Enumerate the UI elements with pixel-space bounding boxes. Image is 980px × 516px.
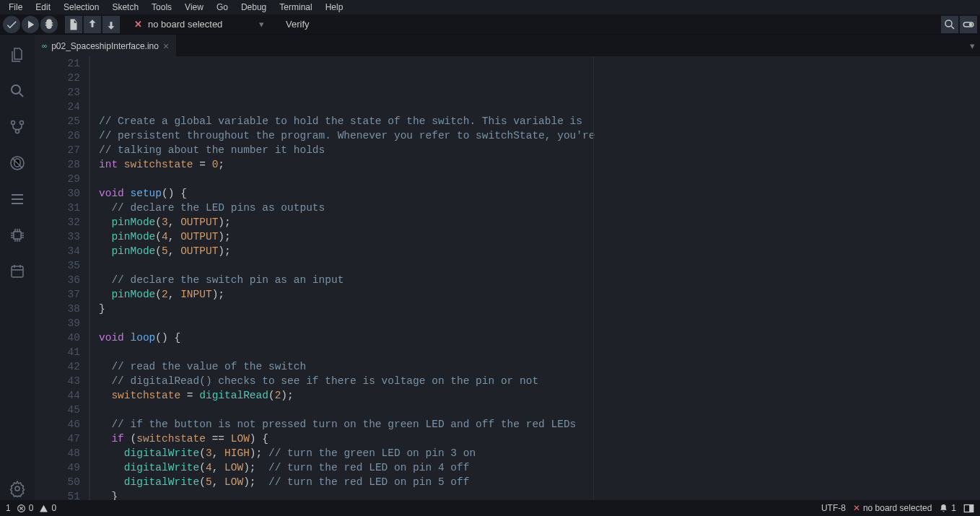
board-label: no board selected [148, 19, 222, 30]
upload-icon [86, 18, 99, 31]
verify-text-button[interactable]: Verify [277, 16, 318, 33]
svg-point-3 [12, 85, 20, 94]
open-sketch-button[interactable] [84, 16, 101, 33]
tab-spaceship[interactable]: ∞ p02_SpaceshipInterface.ino × [35, 35, 176, 56]
code-line[interactable]: pinMode(3, OUTPUT); [99, 215, 980, 229]
source-control-tab[interactable] [6, 115, 29, 139]
code-content[interactable]: // Create a global variable to hold the … [89, 56, 980, 500]
code-line[interactable]: pinMode(4, OUTPUT); [99, 229, 980, 244]
tabs-bar: ∞ p02_SpaceshipInterface.ino × ▾ [35, 35, 980, 56]
editor-area: ∞ p02_SpaceshipInterface.ino × ▾ 2122232… [35, 35, 980, 500]
save-sketch-button[interactable] [102, 16, 120, 33]
verify-button-icon[interactable] [3, 16, 20, 33]
debug-tab[interactable] [6, 152, 29, 175]
code-line[interactable]: void loop() { [99, 331, 980, 345]
code-line[interactable]: // digitalRead() checks to see if there … [99, 374, 980, 388]
status-encoding[interactable]: UTF-8 [821, 503, 846, 513]
code-line[interactable]: // talking about the number it holds [99, 143, 980, 157]
tab-overflow-button[interactable]: ▾ [964, 40, 980, 51]
menu-help[interactable]: Help [320, 1, 349, 14]
outline-tab[interactable] [6, 188, 29, 211]
serial-plotter-button[interactable] [941, 16, 958, 33]
search-tab[interactable] [6, 79, 29, 102]
status-warnings[interactable]: 0 [39, 503, 56, 513]
svg-point-10 [15, 486, 19, 491]
code-line[interactable]: pinMode(2, INPUT); [99, 287, 980, 302]
board-manager-tab[interactable] [6, 224, 29, 247]
code-line[interactable]: digitalWrite(5, LOW); // turn the red LE… [99, 475, 980, 489]
status-errors[interactable]: 0 [17, 503, 34, 513]
status-notifications[interactable]: 1 [939, 503, 956, 513]
new-sketch-button[interactable] [65, 16, 82, 33]
svg-point-5 [20, 121, 24, 125]
arrow-right-icon [24, 18, 37, 31]
menu-selection[interactable]: Selection [58, 1, 105, 14]
warning-icon [39, 504, 48, 513]
menu-view[interactable]: View [179, 1, 209, 14]
file-icon [67, 18, 80, 31]
magnify-icon [943, 18, 956, 31]
code-line[interactable]: if (switchstate == LOW) { [99, 432, 980, 446]
code-line[interactable]: // read the value of the switch [99, 359, 980, 374]
check-icon [5, 18, 18, 31]
code-line[interactable]: digitalWrite(4, LOW); // turn the red LE… [99, 460, 980, 475]
code-line[interactable]: // persistent throughout the program. Wh… [99, 128, 980, 143]
gear-icon [9, 480, 26, 497]
code-line[interactable]: switchstate = digitalRead(2); [99, 388, 980, 403]
toggle-icon [962, 18, 975, 31]
menu-tools[interactable]: Tools [146, 1, 178, 14]
bell-icon [939, 504, 948, 513]
explorer-tab[interactable] [6, 43, 29, 66]
menu-sketch[interactable]: Sketch [106, 1, 144, 14]
search-icon [9, 82, 26, 100]
activitybar [0, 35, 35, 500]
code-line[interactable] [99, 100, 980, 114]
code-line[interactable]: void setup() { [99, 186, 980, 201]
code-line[interactable]: // Create a global variable to hold the … [99, 114, 980, 128]
code-line[interactable]: pinMode(5, OUTPUT); [99, 244, 980, 258]
code-line[interactable]: digitalWrite(3, HIGH); // turn the green… [99, 446, 980, 460]
code-line[interactable]: // if the button is not pressed turn on … [99, 417, 980, 432]
menubar: FileEditSelectionSketchToolsViewGoDebugT… [0, 0, 980, 14]
code-line[interactable]: } [99, 302, 980, 316]
code-line[interactable] [99, 172, 980, 186]
notification-count: 1 [951, 503, 956, 513]
menu-file[interactable]: File [3, 1, 28, 14]
menu-edit[interactable]: Edit [30, 1, 56, 14]
main-area: ∞ p02_SpaceshipInterface.ino × ▾ 2122232… [0, 35, 980, 500]
code-line[interactable] [99, 258, 980, 273]
status-layout-button[interactable] [963, 504, 974, 513]
panel-icon [963, 504, 974, 513]
statusbar: 1 0 0 UTF-8 ✕ no board selected 1 [0, 500, 980, 516]
code-line[interactable] [99, 403, 980, 417]
upload-button[interactable] [22, 16, 39, 33]
debug-button[interactable] [40, 16, 58, 33]
code-line[interactable]: // declare the LED pins as outputs [99, 201, 980, 215]
code-editor[interactable]: 2122232425262728293031323334353637383940… [35, 56, 980, 500]
branch-icon [9, 118, 26, 136]
arduino-file-icon: ∞ [42, 42, 47, 50]
list-icon [9, 191, 26, 208]
serial-monitor-button[interactable] [960, 16, 977, 33]
close-icon[interactable]: × [163, 40, 169, 52]
menu-debug[interactable]: Debug [235, 1, 272, 14]
menu-go[interactable]: Go [211, 1, 234, 14]
svg-point-2 [969, 22, 973, 26]
svg-rect-9 [12, 266, 23, 277]
settings-tab[interactable] [6, 477, 29, 500]
status-board[interactable]: ✕ no board selected [853, 503, 932, 513]
status-cursor[interactable]: 1 [6, 503, 11, 513]
chevron-down-icon: ▾ [259, 19, 264, 30]
calendar-icon [9, 263, 26, 280]
board-selector[interactable]: ✕ no board selected ▾ [127, 16, 271, 33]
code-line[interactable]: // declare the switch pin as an input [99, 273, 980, 287]
menu-terminal[interactable]: Terminal [274, 1, 318, 14]
code-line[interactable] [99, 316, 980, 331]
code-line[interactable]: } [99, 489, 980, 500]
library-manager-tab[interactable] [6, 260, 29, 283]
toolbar: ✕ no board selected ▾ Verify [0, 14, 980, 35]
code-line[interactable] [99, 345, 980, 359]
svg-point-4 [12, 121, 15, 125]
code-line[interactable]: int switchstate = 0; [99, 157, 980, 172]
column-ruler [593, 56, 594, 500]
